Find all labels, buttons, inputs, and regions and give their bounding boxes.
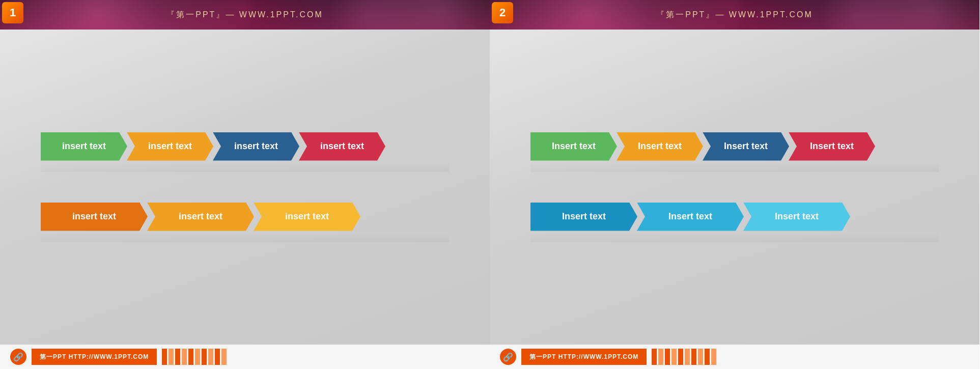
- slide-1-footer-icon: 🔗: [10, 349, 26, 365]
- slide-2-footer-text: 第一PPT HTTP://WWW.1PPT.COM: [521, 349, 647, 365]
- slide-1-seg3-text: insert text: [234, 141, 278, 152]
- slide-1: 1 『第一PPT』— WWW.1PPT.COM insert text inse…: [0, 0, 490, 369]
- slide-1-seg1-text: insert text: [62, 141, 106, 152]
- slide-2: 2 『第一PPT』— WWW.1PPT.COM Insert text Inse…: [490, 0, 979, 369]
- slide-1-badge: 1: [2, 2, 23, 23]
- slide-2-content: Insert text Insert text Insert text Inse…: [490, 30, 979, 345]
- slide-2-badge: 2: [492, 2, 513, 23]
- slide-2-footer-icon: 🔗: [500, 349, 516, 365]
- slide-2-title: 『第一PPT』— WWW.1PPT.COM: [656, 10, 813, 20]
- slide-1-row1-wrap: insert text insert text insert text inse…: [41, 132, 449, 172]
- slide-1-row1: insert text insert text insert text inse…: [41, 132, 385, 161]
- slide-1-seg3[interactable]: insert text: [213, 132, 299, 161]
- slide-1-seg2-text: insert text: [148, 141, 192, 152]
- slide-1-seg7-text: insert text: [285, 211, 329, 222]
- slide-2-row1: Insert text Insert text Insert text Inse…: [530, 132, 875, 161]
- slide-2-row1-shadow: [530, 162, 939, 172]
- slide-1-seg4[interactable]: insert text: [299, 132, 385, 161]
- slide-2-seg4[interactable]: Insert text: [789, 132, 875, 161]
- slide-1-footer-stripes: [162, 349, 227, 365]
- slide-2-seg2[interactable]: Insert text: [617, 132, 703, 161]
- slide-1-seg6-text: insert text: [179, 211, 222, 222]
- slide-2-seg7[interactable]: Insert text: [743, 203, 850, 231]
- slide-1-row2-shadow: [41, 232, 449, 242]
- slide-1-seg5[interactable]: insert text: [41, 203, 148, 231]
- slide-1-seg4-text: insert text: [320, 141, 364, 152]
- slide-2-seg3[interactable]: Insert text: [703, 132, 789, 161]
- slide-2-header: 2 『第一PPT』— WWW.1PPT.COM: [490, 0, 979, 30]
- slide-2-footer-stripes: [652, 349, 716, 365]
- slide-1-seg6[interactable]: insert text: [147, 203, 254, 231]
- slide-1-seg5-text: insert text: [72, 211, 116, 222]
- slide-2-seg6-text: Insert text: [668, 211, 712, 222]
- slide-1-footer-text: 第一PPT HTTP://WWW.1PPT.COM: [32, 349, 157, 365]
- slide-2-footer: 🔗 第一PPT HTTP://WWW.1PPT.COM: [490, 345, 979, 369]
- slide-2-seg1-text: Insert text: [552, 141, 596, 152]
- slide-2-seg3-text: Insert text: [724, 141, 768, 152]
- slide-2-seg4-text: Insert text: [810, 141, 854, 152]
- slide-2-seg1[interactable]: Insert text: [530, 132, 617, 161]
- slide-1-footer: 🔗 第一PPT HTTP://WWW.1PPT.COM: [0, 345, 490, 369]
- slide-2-row2-wrap: Insert text Insert text Insert text: [530, 203, 939, 242]
- slide-2-row2-shadow: [530, 232, 939, 242]
- slide-1-seg1[interactable]: insert text: [41, 132, 127, 161]
- slide-2-seg5[interactable]: Insert text: [530, 203, 637, 231]
- slide-2-seg6[interactable]: Insert text: [637, 203, 744, 231]
- slide-1-header: 1 『第一PPT』— WWW.1PPT.COM: [0, 0, 490, 30]
- slide-2-seg5-text: Insert text: [562, 211, 606, 222]
- slide-1-row2-wrap: insert text insert text insert text: [41, 203, 449, 242]
- slide-1-content: insert text insert text insert text inse…: [0, 30, 490, 345]
- slide-1-seg7[interactable]: insert text: [254, 203, 360, 231]
- slide-1-row2: insert text insert text insert text: [41, 203, 360, 231]
- slide-2-seg7-text: Insert text: [775, 211, 819, 222]
- slide-2-row2: Insert text Insert text Insert text: [530, 203, 850, 231]
- slide-1-title: 『第一PPT』— WWW.1PPT.COM: [166, 10, 323, 20]
- slide-1-seg2[interactable]: insert text: [127, 132, 213, 161]
- slide-2-row1-wrap: Insert text Insert text Insert text Inse…: [530, 132, 939, 172]
- slide-1-row1-shadow: [41, 162, 449, 172]
- slide-2-seg2-text: Insert text: [638, 141, 682, 152]
